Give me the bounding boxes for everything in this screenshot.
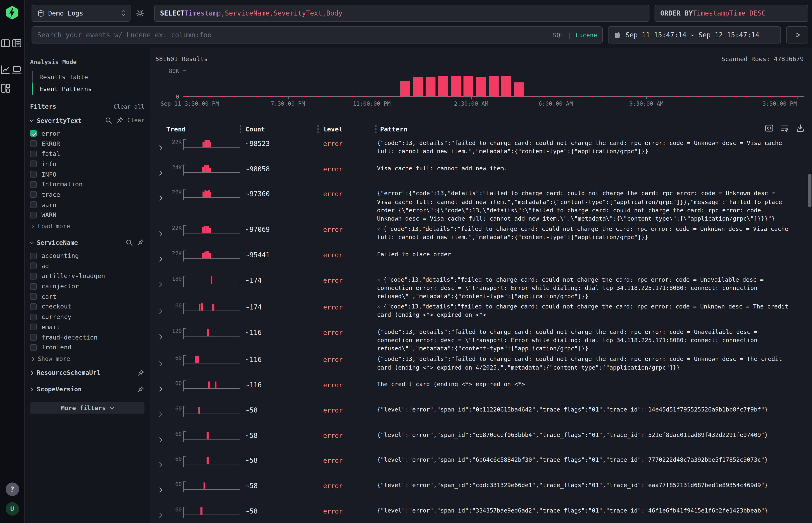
show-more-link[interactable]: Show more xyxy=(31,354,144,364)
pattern-row[interactable]: 60 ~174 error ×{"code":13,"details":"fai… xyxy=(155,301,812,326)
pattern-row[interactable]: 22K ~95441 error ×Failed to place order xyxy=(155,248,812,274)
pattern-row[interactable]: 24K ~98058 error ×Visa cache full: canno… xyxy=(155,162,812,187)
expand-row-button[interactable] xyxy=(158,331,165,341)
histogram-bar[interactable] xyxy=(400,81,410,96)
rail-laptop-button[interactable] xyxy=(11,64,22,75)
filter-option[interactable]: email xyxy=(30,322,144,332)
dismiss-flag-icon[interactable]: × xyxy=(377,304,380,310)
filter-pin-button[interactable] xyxy=(137,385,145,393)
checkbox[interactable] xyxy=(30,201,37,208)
expand-row-button[interactable] xyxy=(158,167,165,177)
view-source-button[interactable] xyxy=(765,124,774,133)
column-resize-handle[interactable] xyxy=(317,125,319,133)
vertical-scrollbar-thumb[interactable] xyxy=(808,174,811,207)
filter-option[interactable]: Information xyxy=(30,179,144,190)
filter-option[interactable]: WARN xyxy=(30,210,144,220)
expand-row-button[interactable] xyxy=(158,305,165,315)
expand-row-button[interactable] xyxy=(158,358,165,368)
clear-all-filters-button[interactable]: Clear all xyxy=(113,103,144,110)
pattern-row[interactable]: 120 ~116 error ×{"code":13,"details":"fa… xyxy=(155,326,812,353)
histogram-plot[interactable] xyxy=(183,70,804,97)
analysis-mode-item[interactable]: Event Patterns xyxy=(32,83,144,95)
pattern-row[interactable]: 60 ~58 error ×{"level":"error","span_id"… xyxy=(155,454,812,479)
histogram-bar[interactable] xyxy=(451,76,461,96)
rail-logs-button[interactable] xyxy=(11,37,22,49)
expand-row-button[interactable] xyxy=(158,484,165,494)
filter-search-button[interactable] xyxy=(125,239,133,247)
checkbox[interactable] xyxy=(30,334,37,341)
language-toggle-sql[interactable]: SQL xyxy=(553,31,564,38)
filter-group-resourceschemaurl[interactable]: ResourceSchemaUrl xyxy=(30,365,144,380)
filter-option[interactable]: ad xyxy=(30,261,144,271)
pattern-row[interactable]: 60 ~58 error ×{"level":"error","span_id"… xyxy=(155,479,812,504)
expand-row-button[interactable] xyxy=(158,408,165,418)
histogram-bar[interactable] xyxy=(501,76,511,96)
rail-line-chart-button[interactable] xyxy=(0,64,11,75)
user-avatar[interactable]: U xyxy=(5,502,19,516)
source-settings-button[interactable] xyxy=(136,6,149,20)
expand-row-button[interactable] xyxy=(158,192,165,202)
filter-option[interactable]: fraud-detection xyxy=(30,332,144,343)
column-header-pattern[interactable]: Pattern xyxy=(380,125,407,133)
checkbox[interactable] xyxy=(30,140,37,147)
filter-group-scopeversion[interactable]: ScopeVersion xyxy=(30,381,144,397)
pattern-row[interactable]: 180 ~174 error ×{"code":13,"details":"fa… xyxy=(155,274,812,301)
filter-pin-button[interactable] xyxy=(137,369,145,377)
checkbox[interactable] xyxy=(30,150,37,157)
histogram-bar[interactable] xyxy=(514,82,524,96)
expand-row-button[interactable] xyxy=(158,278,165,288)
column-resize-handle[interactable] xyxy=(375,125,376,133)
results-histogram[interactable]: 80K 0 Sep 11 3:30:00 PM7:30:00 PM11:00:0… xyxy=(155,68,812,106)
checkbox[interactable] xyxy=(30,191,37,198)
filter-search-button[interactable] xyxy=(105,116,112,124)
search-input[interactable] xyxy=(37,31,549,39)
rail-panel-left-button[interactable] xyxy=(0,37,11,49)
histogram-bar[interactable] xyxy=(463,76,473,96)
checkbox[interactable] xyxy=(30,181,37,188)
checkbox[interactable] xyxy=(30,293,37,300)
filter-option[interactable]: artillery-loadgen xyxy=(30,271,144,281)
time-range-picker[interactable]: Sep 11 15:47:14 - Sep 12 15:47:14 xyxy=(608,26,781,43)
expand-row-button[interactable] xyxy=(158,433,165,443)
run-query-button[interactable] xyxy=(786,26,808,43)
filter-option[interactable]: checkout xyxy=(30,302,144,312)
expand-row-button[interactable] xyxy=(158,228,165,238)
source-select[interactable]: Demo Logs xyxy=(32,5,130,22)
filter-option[interactable]: INFO xyxy=(30,169,144,179)
checkbox[interactable] xyxy=(30,303,37,310)
checkbox[interactable] xyxy=(30,161,37,167)
expand-row-button[interactable] xyxy=(158,383,165,393)
help-button[interactable]: ? xyxy=(5,483,19,496)
checkbox[interactable] xyxy=(30,130,37,137)
filter-group-name[interactable]: ServiceName xyxy=(37,239,78,246)
histogram-bar[interactable] xyxy=(426,77,436,96)
column-resize-handle[interactable] xyxy=(240,125,242,133)
pattern-row[interactable]: 60 ~58 error ×{"level":"error","span_id"… xyxy=(155,429,812,454)
orderby-clause-input[interactable]: ORDER BY TimestampTime DESC xyxy=(654,5,808,22)
filter-option[interactable]: error xyxy=(30,128,144,139)
filter-option[interactable]: cart xyxy=(30,291,144,302)
filter-option[interactable]: trace xyxy=(30,190,144,200)
column-header-trend[interactable]: Trend xyxy=(166,125,186,133)
histogram-bar[interactable] xyxy=(476,77,486,96)
chevron-down-icon[interactable] xyxy=(30,118,34,122)
filter-option[interactable]: fatal xyxy=(30,149,144,159)
app-logo[interactable] xyxy=(5,5,20,20)
pattern-row[interactable]: 60 ~116 error ×{"code":13,"details":"fai… xyxy=(155,353,812,378)
checkbox[interactable] xyxy=(30,252,37,259)
select-clause-input[interactable]: SELECT Timestamp, ServiceName, SeverityT… xyxy=(154,5,650,22)
checkbox[interactable] xyxy=(30,273,37,279)
pattern-row[interactable]: 60 ~58 error ×{"level":"error","span_id"… xyxy=(155,504,812,523)
pattern-row[interactable]: 60 ~116 error ×The credit card (ending <… xyxy=(155,378,812,404)
checkbox[interactable] xyxy=(30,324,37,330)
analysis-mode-item[interactable]: Results Table xyxy=(32,71,144,83)
pattern-row[interactable]: 22K ~97069 error ×{"code":13,"details":"… xyxy=(155,223,812,248)
checkbox[interactable] xyxy=(30,263,37,269)
filter-option[interactable]: warn xyxy=(30,200,144,210)
histogram-bar[interactable] xyxy=(489,76,498,96)
column-header-level[interactable]: level xyxy=(323,125,343,133)
histogram-bar[interactable] xyxy=(413,77,423,96)
expand-row-button[interactable] xyxy=(158,509,165,519)
filter-option[interactable]: ERROR xyxy=(30,139,144,149)
language-toggle-lucene[interactable]: Lucene xyxy=(576,31,597,38)
